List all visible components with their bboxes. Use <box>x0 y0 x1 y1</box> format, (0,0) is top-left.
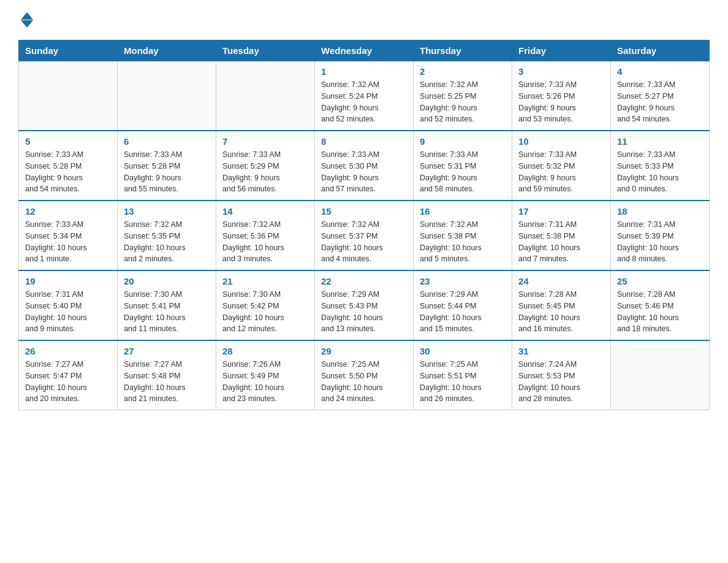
day-number: 26 <box>25 346 111 356</box>
day-info: Sunrise: 7:29 AMSunset: 5:43 PMDaylight:… <box>321 289 407 335</box>
day-info: Sunrise: 7:33 AMSunset: 5:33 PMDaylight:… <box>617 149 703 195</box>
day-number: 5 <box>25 136 111 147</box>
calendar-cell: 30Sunrise: 7:25 AMSunset: 5:51 PMDayligh… <box>414 340 512 410</box>
weekday-header-monday: Monday <box>118 40 216 61</box>
calendar-week-row: 5Sunrise: 7:33 AMSunset: 5:28 PMDaylight… <box>19 131 710 201</box>
calendar-cell: 20Sunrise: 7:30 AMSunset: 5:41 PMDayligh… <box>118 270 216 340</box>
calendar-cell: 11Sunrise: 7:33 AMSunset: 5:33 PMDayligh… <box>611 131 710 201</box>
day-number: 15 <box>321 206 407 216</box>
calendar-week-row: 26Sunrise: 7:27 AMSunset: 5:47 PMDayligh… <box>19 340 710 410</box>
day-info: Sunrise: 7:29 AMSunset: 5:44 PMDaylight:… <box>420 289 506 335</box>
day-number: 8 <box>321 136 407 147</box>
day-info: Sunrise: 7:33 AMSunset: 5:34 PMDaylight:… <box>25 219 111 265</box>
day-number: 2 <box>420 66 506 77</box>
day-number: 10 <box>518 136 604 147</box>
day-number: 11 <box>617 136 703 147</box>
day-info: Sunrise: 7:28 AMSunset: 5:45 PMDaylight:… <box>518 289 604 335</box>
calendar-cell: 6Sunrise: 7:33 AMSunset: 5:28 PMDaylight… <box>118 131 216 201</box>
day-info: Sunrise: 7:33 AMSunset: 5:29 PMDaylight:… <box>222 149 308 195</box>
calendar-header-row: SundayMondayTuesdayWednesdayThursdayFrid… <box>19 40 710 61</box>
day-info: Sunrise: 7:32 AMSunset: 5:24 PMDaylight:… <box>321 79 407 125</box>
day-info: Sunrise: 7:32 AMSunset: 5:35 PMDaylight:… <box>124 219 210 265</box>
day-number: 24 <box>518 276 604 286</box>
calendar-cell: 4Sunrise: 7:33 AMSunset: 5:27 PMDaylight… <box>611 61 710 131</box>
weekday-header-wednesday: Wednesday <box>315 40 414 61</box>
day-info: Sunrise: 7:33 AMSunset: 5:26 PMDaylight:… <box>518 79 604 125</box>
day-info: Sunrise: 7:24 AMSunset: 5:53 PMDaylight:… <box>518 359 604 405</box>
calendar-cell: 17Sunrise: 7:31 AMSunset: 5:38 PMDayligh… <box>512 201 611 270</box>
day-info: Sunrise: 7:32 AMSunset: 5:36 PMDaylight:… <box>222 219 308 265</box>
day-number: 7 <box>222 136 308 147</box>
day-number: 29 <box>321 346 407 356</box>
day-number: 19 <box>25 276 111 286</box>
calendar-table: SundayMondayTuesdayWednesdayThursdayFrid… <box>18 40 710 410</box>
day-number: 13 <box>124 206 210 216</box>
day-info: Sunrise: 7:32 AMSunset: 5:25 PMDaylight:… <box>420 79 506 125</box>
day-number: 27 <box>124 346 210 356</box>
weekday-header-sunday: Sunday <box>19 40 118 61</box>
calendar-cell: 16Sunrise: 7:32 AMSunset: 5:38 PMDayligh… <box>414 201 512 270</box>
page-header <box>18 12 710 28</box>
day-info: Sunrise: 7:27 AMSunset: 5:47 PMDaylight:… <box>25 359 111 405</box>
day-info: Sunrise: 7:33 AMSunset: 5:31 PMDaylight:… <box>420 149 506 195</box>
day-info: Sunrise: 7:31 AMSunset: 5:39 PMDaylight:… <box>617 219 703 265</box>
calendar-cell: 23Sunrise: 7:29 AMSunset: 5:44 PMDayligh… <box>414 270 512 340</box>
day-number: 18 <box>617 206 703 216</box>
day-number: 16 <box>420 206 506 216</box>
calendar-cell: 29Sunrise: 7:25 AMSunset: 5:50 PMDayligh… <box>315 340 414 410</box>
day-number: 20 <box>124 276 210 286</box>
day-number: 4 <box>617 66 703 77</box>
calendar-cell: 19Sunrise: 7:31 AMSunset: 5:40 PMDayligh… <box>19 270 118 340</box>
weekday-header-saturday: Saturday <box>611 40 710 61</box>
day-number: 1 <box>321 66 407 77</box>
calendar-cell: 27Sunrise: 7:27 AMSunset: 5:48 PMDayligh… <box>118 340 216 410</box>
calendar-cell: 3Sunrise: 7:33 AMSunset: 5:26 PMDaylight… <box>512 61 611 131</box>
day-info: Sunrise: 7:33 AMSunset: 5:30 PMDaylight:… <box>321 149 407 195</box>
calendar-cell <box>216 61 315 131</box>
logo <box>18 12 33 28</box>
calendar-cell: 9Sunrise: 7:33 AMSunset: 5:31 PMDaylight… <box>414 131 512 201</box>
day-info: Sunrise: 7:28 AMSunset: 5:46 PMDaylight:… <box>617 289 703 335</box>
day-number: 12 <box>25 206 111 216</box>
day-number: 17 <box>518 206 604 216</box>
day-number: 21 <box>222 276 308 286</box>
calendar-cell <box>19 61 118 131</box>
day-number: 14 <box>222 206 308 216</box>
day-info: Sunrise: 7:27 AMSunset: 5:48 PMDaylight:… <box>124 359 210 405</box>
day-info: Sunrise: 7:33 AMSunset: 5:32 PMDaylight:… <box>518 149 604 195</box>
calendar-cell: 24Sunrise: 7:28 AMSunset: 5:45 PMDayligh… <box>512 270 611 340</box>
calendar-cell: 5Sunrise: 7:33 AMSunset: 5:28 PMDaylight… <box>19 131 118 201</box>
day-info: Sunrise: 7:25 AMSunset: 5:50 PMDaylight:… <box>321 359 407 405</box>
day-info: Sunrise: 7:33 AMSunset: 5:28 PMDaylight:… <box>124 149 210 195</box>
day-info: Sunrise: 7:33 AMSunset: 5:27 PMDaylight:… <box>617 79 703 125</box>
calendar-cell: 10Sunrise: 7:33 AMSunset: 5:32 PMDayligh… <box>512 131 611 201</box>
day-number: 31 <box>518 346 604 356</box>
day-info: Sunrise: 7:30 AMSunset: 5:41 PMDaylight:… <box>124 289 210 335</box>
day-info: Sunrise: 7:32 AMSunset: 5:37 PMDaylight:… <box>321 219 407 265</box>
calendar-cell: 14Sunrise: 7:32 AMSunset: 5:36 PMDayligh… <box>216 201 315 270</box>
calendar-cell: 1Sunrise: 7:32 AMSunset: 5:24 PMDaylight… <box>315 61 414 131</box>
calendar-cell: 12Sunrise: 7:33 AMSunset: 5:34 PMDayligh… <box>19 201 118 270</box>
day-info: Sunrise: 7:32 AMSunset: 5:38 PMDaylight:… <box>420 219 506 265</box>
calendar-cell: 15Sunrise: 7:32 AMSunset: 5:37 PMDayligh… <box>315 201 414 270</box>
day-info: Sunrise: 7:30 AMSunset: 5:42 PMDaylight:… <box>222 289 308 335</box>
weekday-header-friday: Friday <box>512 40 611 61</box>
day-number: 25 <box>617 276 703 286</box>
calendar-cell: 13Sunrise: 7:32 AMSunset: 5:35 PMDayligh… <box>118 201 216 270</box>
day-number: 22 <box>321 276 407 286</box>
day-info: Sunrise: 7:25 AMSunset: 5:51 PMDaylight:… <box>420 359 506 405</box>
calendar-cell: 22Sunrise: 7:29 AMSunset: 5:43 PMDayligh… <box>315 270 414 340</box>
day-info: Sunrise: 7:31 AMSunset: 5:38 PMDaylight:… <box>518 219 604 265</box>
calendar-cell: 21Sunrise: 7:30 AMSunset: 5:42 PMDayligh… <box>216 270 315 340</box>
calendar-cell: 2Sunrise: 7:32 AMSunset: 5:25 PMDaylight… <box>414 61 512 131</box>
day-number: 28 <box>222 346 308 356</box>
weekday-header-thursday: Thursday <box>414 40 512 61</box>
day-info: Sunrise: 7:33 AMSunset: 5:28 PMDaylight:… <box>25 149 111 195</box>
calendar-week-row: 1Sunrise: 7:32 AMSunset: 5:24 PMDaylight… <box>19 61 710 131</box>
calendar-week-row: 12Sunrise: 7:33 AMSunset: 5:34 PMDayligh… <box>19 201 710 270</box>
calendar-cell <box>611 340 710 410</box>
calendar-cell: 8Sunrise: 7:33 AMSunset: 5:30 PMDaylight… <box>315 131 414 201</box>
calendar-cell: 25Sunrise: 7:28 AMSunset: 5:46 PMDayligh… <box>611 270 710 340</box>
day-info: Sunrise: 7:31 AMSunset: 5:40 PMDaylight:… <box>25 289 111 335</box>
calendar-cell: 28Sunrise: 7:26 AMSunset: 5:49 PMDayligh… <box>216 340 315 410</box>
